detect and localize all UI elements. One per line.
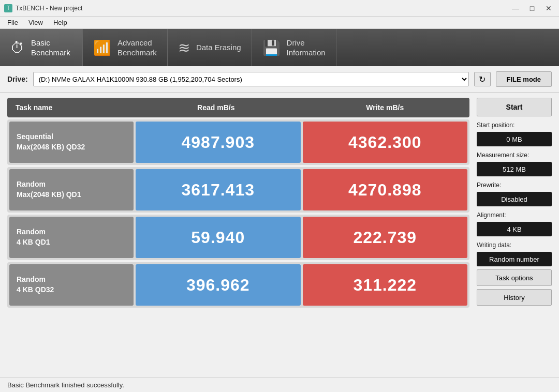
writing-data-label: Writing data: bbox=[477, 242, 552, 249]
app-icon: T bbox=[4, 4, 12, 12]
menu-file[interactable]: File bbox=[2, 18, 23, 27]
prewrite-label: Prewrite: bbox=[477, 182, 552, 189]
advanced-benchmark-icon: 📶 bbox=[93, 39, 111, 56]
start-position-label: Start position: bbox=[477, 122, 552, 129]
tab-basic-label: BasicBenchmark bbox=[31, 38, 70, 58]
history-button[interactable]: History bbox=[477, 289, 552, 306]
tab-drive-information[interactable]: 💾 DriveInformation bbox=[252, 29, 336, 66]
tab-erasing-label: Data Erasing bbox=[196, 42, 241, 53]
drive-select[interactable]: (D:) NVMe GALAX HA1K1000N 930.88 GB (1,9… bbox=[33, 72, 469, 86]
menu-view[interactable]: View bbox=[23, 18, 48, 27]
table-row: SequentialMax(2048 KB) QD32 4987.903 436… bbox=[7, 119, 469, 165]
read-value-sequential: 4987.903 bbox=[136, 122, 301, 163]
tab-drive-label: DriveInformation bbox=[287, 38, 326, 58]
table-header: Task name Read mB/s Write mB/s bbox=[7, 98, 469, 117]
title-text: TxBENCH - New project bbox=[16, 5, 509, 12]
drive-label: Drive: bbox=[7, 75, 28, 83]
table-row: Random4 KB QD32 396.962 311.222 bbox=[7, 262, 469, 308]
row-label-random-2048-qd1: RandomMax(2048 KB) QD1 bbox=[9, 169, 134, 210]
titlebar: T TxBENCH - New project — □ ✕ bbox=[0, 0, 559, 17]
data-erasing-icon: ≋ bbox=[178, 39, 190, 56]
measurement-size-label: Measurement size: bbox=[477, 152, 552, 159]
table-row: Random4 KB QD1 59.940 222.739 bbox=[7, 215, 469, 260]
refresh-button[interactable]: ↻ bbox=[474, 72, 491, 86]
row-label-sequential: SequentialMax(2048 KB) QD32 bbox=[9, 122, 134, 163]
prewrite-value: Disabled bbox=[477, 192, 552, 206]
write-value-random-2048-qd1: 4270.898 bbox=[303, 169, 468, 210]
minimize-button[interactable]: — bbox=[509, 4, 522, 13]
tab-advanced-benchmark[interactable]: 📶 AdvancedBenchmark bbox=[83, 29, 168, 66]
row-label-random-4kb-qd32: Random4 KB QD32 bbox=[9, 264, 134, 306]
header-write: Write mB/s bbox=[301, 98, 470, 117]
read-value-random-2048-qd1: 3617.413 bbox=[136, 169, 301, 210]
tab-advanced-label: AdvancedBenchmark bbox=[117, 38, 157, 58]
task-options-button[interactable]: Task options bbox=[477, 269, 552, 286]
start-position-value: 0 MB bbox=[477, 132, 552, 146]
statusbar: Basic Benchmark finished successfully. bbox=[0, 378, 559, 392]
benchmark-table: Task name Read mB/s Write mB/s Sequentia… bbox=[7, 98, 469, 372]
read-value-random-4kb-qd32: 396.962 bbox=[136, 264, 301, 306]
read-value-random-4kb-qd1: 59.940 bbox=[136, 217, 301, 258]
drive-bar: Drive: (D:) NVMe GALAX HA1K1000N 930.88 … bbox=[0, 66, 559, 93]
table-row: RandomMax(2048 KB) QD1 3617.413 4270.898 bbox=[7, 167, 469, 213]
menubar: File View Help bbox=[0, 17, 559, 29]
basic-benchmark-icon: ⏱ bbox=[10, 39, 25, 56]
drive-info-icon: 💾 bbox=[262, 39, 281, 56]
maximize-button[interactable]: □ bbox=[526, 4, 538, 13]
alignment-label: Alignment: bbox=[477, 212, 552, 219]
alignment-value: 4 KB bbox=[477, 222, 552, 236]
header-read: Read mB/s bbox=[131, 98, 301, 117]
header-task-name: Task name bbox=[7, 98, 131, 117]
right-panel: Start Start position: 0 MB Measurement s… bbox=[477, 98, 552, 372]
menu-help[interactable]: Help bbox=[48, 18, 72, 27]
tab-basic-benchmark[interactable]: ⏱ BasicBenchmark bbox=[0, 29, 83, 66]
start-button[interactable]: Start bbox=[477, 98, 552, 116]
row-label-random-4kb-qd1: Random4 KB QD1 bbox=[9, 217, 134, 258]
status-text: Basic Benchmark finished successfully. bbox=[7, 381, 124, 389]
write-value-sequential: 4362.300 bbox=[303, 122, 468, 163]
writing-data-value: Random number bbox=[477, 252, 552, 266]
file-mode-button[interactable]: FILE mode bbox=[496, 71, 552, 87]
main-area: Drive: (D:) NVMe GALAX HA1K1000N 930.88 … bbox=[0, 66, 559, 378]
window-controls: — □ ✕ bbox=[509, 4, 555, 13]
content-area: Task name Read mB/s Write mB/s Sequentia… bbox=[0, 93, 559, 378]
close-button[interactable]: ✕ bbox=[542, 4, 555, 13]
write-value-random-4kb-qd32: 311.222 bbox=[303, 264, 468, 306]
tab-data-erasing[interactable]: ≋ Data Erasing bbox=[168, 29, 252, 66]
measurement-size-value: 512 MB bbox=[477, 162, 552, 176]
toolbar: ⏱ BasicBenchmark 📶 AdvancedBenchmark ≋ D… bbox=[0, 29, 559, 66]
write-value-random-4kb-qd1: 222.739 bbox=[303, 217, 468, 258]
